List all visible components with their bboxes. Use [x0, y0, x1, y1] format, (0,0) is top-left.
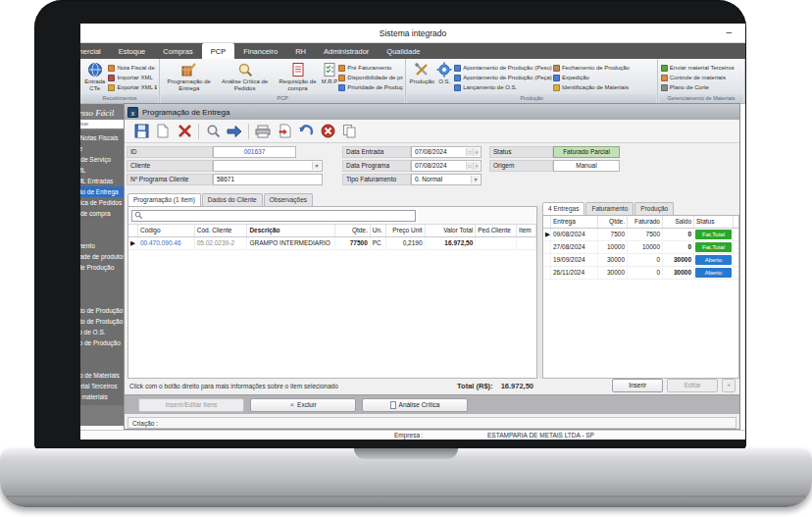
entrega-row[interactable]: 19/09/202430000030000Aberto — [543, 254, 738, 267]
ribbon-item-plano-de-corte[interactable]: Plano de Corte — [660, 82, 735, 92]
sidebar-item-programação-de-entrega[interactable]: Programação de Entrega — [80, 186, 126, 197]
sidebar-search-input[interactable]: para pesquisar — [80, 120, 124, 129]
export-button[interactable] — [274, 122, 295, 141]
ribbon-item-identificação-de-materiais[interactable]: Identificação de Materiais — [552, 82, 630, 92]
table-row[interactable]: ▶00.470.090.4605.02.0239-2GRAMPO INTERME… — [128, 237, 536, 250]
menu-tab-comercial[interactable]: Comercial — [80, 43, 110, 59]
cliente-combo[interactable]: ▾ — [213, 160, 323, 172]
column-header-qtde[interactable]: Qtde. — [335, 225, 371, 236]
sidebar-item-entrada-de-notas-fiscais[interactable]: Entrada de Notas Fiscais — [80, 132, 126, 143]
sidebar-item-análise-crítica-de-pedidos[interactable]: Análise Crítica de Pedidos — [80, 197, 126, 208]
column-header-descricao[interactable]: Descrição — [247, 225, 335, 236]
programa-field[interactable]: 58671 — [213, 174, 323, 185]
entrega-row[interactable]: ▶09/08/2024750075000Fat.Total — [543, 229, 738, 241]
minimize-button[interactable]: – — [726, 26, 732, 37]
column-header-faturado[interactable]: Faturado — [628, 216, 663, 228]
ribbon-button-o-s-[interactable]: O.S. — [435, 61, 453, 86]
sidebar-item-apontamento-de-produção[interactable]: Apontamento de Produção — [80, 316, 126, 327]
ribbon-item-pré-faturamento[interactable]: Pré Faturamento — [337, 63, 403, 73]
ribbon-item-prioridade-de-produção[interactable]: Prioridade de Produção — [337, 82, 403, 92]
ribbon-button-m-r-p-[interactable]: M.R.P. — [322, 61, 337, 86]
column-header-item[interactable]: Item — [517, 225, 536, 236]
close-row-button[interactable]: × — [722, 379, 736, 392]
sidebar-item-importar-xml[interactable]: Importar XML — [80, 165, 126, 176]
sidebar-item-requisição-de-compra[interactable]: Requisição de compra — [80, 208, 126, 219]
ribbon-item-disponibilidade-de-produtos[interactable]: Disponibilidade de produtos — [337, 73, 403, 82]
análise-crítica-button[interactable]: Análise Crítica — [362, 398, 468, 412]
sidebar-item-expedição[interactable]: Expedição — [80, 359, 126, 370]
sidebar-item-disponibilidade-de-produtos[interactable]: Disponibilidade de produtos — [80, 251, 126, 262]
cancel-button[interactable] — [317, 122, 338, 141]
menu-tab-qualidade[interactable]: Qualidade — [378, 43, 429, 59]
ribbon-button-produção[interactable]: Produção — [408, 61, 435, 86]
print-button[interactable] — [252, 122, 274, 141]
ribbon-item-nota-fiscal-de-serviço[interactable]: Nota Fiscal de Serviço — [107, 63, 157, 73]
sidebar-item-enviar-material-terceiros[interactable]: Enviar material Terceiros — [80, 381, 126, 391]
sidebar-item-produção[interactable]: Produção — [80, 273, 126, 284]
sidebar-item-controle-de-materiais[interactable]: Controle de materiais — [80, 391, 126, 402]
ribbon-item-controle-de-materiais[interactable]: Controle de materiais — [660, 73, 735, 82]
column-header-qtde[interactable]: Qtde. — [598, 216, 628, 228]
tab-4-entregas[interactable]: 4 Entregas — [542, 202, 584, 215]
column-header-status[interactable]: Status — [694, 216, 734, 228]
tab-dados-do-cliente[interactable]: Dados do Cliente — [202, 193, 263, 206]
tipo-faturamento-combo[interactable]: 0. Normal▾ — [411, 174, 482, 185]
save-button[interactable] — [130, 122, 152, 141]
entrega-row[interactable]: 27/08/202410000100000Fat.Total — [543, 241, 738, 254]
column-header-codigo[interactable]: Código — [138, 225, 195, 236]
ribbon-button-programação-de-entrega[interactable]: Programação de Entrega — [162, 61, 217, 92]
sidebar-item-m-r-p-[interactable]: M.R.P. — [80, 219, 126, 230]
column-header-indicator[interactable] — [543, 216, 551, 228]
sidebar-item-apontamento-de-produção[interactable]: Apontamento de Produção — [80, 305, 126, 316]
excluir-button[interactable]: ×Excluir — [250, 398, 356, 412]
sidebar-item-o-s-[interactable]: O.S. — [80, 284, 126, 294]
sidebar-item-prioridade-de-produção[interactable]: Prioridade de Produção — [80, 262, 126, 273]
menu-tab-compras[interactable]: Compras — [154, 43, 201, 59]
ribbon-item-exportar-xml-entradas[interactable]: Exportar XML Entradas — [107, 82, 157, 92]
ribbon-item-apontamento-de-produção--peso-[interactable]: Apontamento de Produção (Peso) — [453, 63, 552, 73]
ribbon-item-enviar-material-terceiros[interactable]: Enviar material Terceiros — [660, 63, 735, 73]
go-button[interactable] — [224, 122, 245, 141]
tab-produção[interactable]: Produção — [634, 202, 674, 215]
tab-faturamento[interactable]: Faturamento — [585, 202, 634, 215]
column-header-preco_unit[interactable]: Preço Unit — [386, 225, 426, 236]
column-header-_ind[interactable] — [128, 225, 138, 236]
menu-tab-administrador[interactable]: Administrador — [315, 43, 378, 59]
data-programa-field[interactable]: 07/08/2024□▾ — [411, 160, 482, 172]
tab-programação--1-item-[interactable]: Programação (1 item) — [127, 193, 201, 206]
entrega-row[interactable]: 26/11/202430000030000Aberto — [543, 267, 738, 280]
sidebar-item-entrada-cte[interactable]: Entrada CTe — [80, 143, 126, 154]
ribbon-item-fechamento-de-produção[interactable]: Fechamento de Produção — [552, 63, 630, 73]
sidebar-item-plano-de-corte[interactable]: Plano de Corte — [80, 402, 126, 405]
new-button[interactable] — [152, 122, 174, 141]
sidebar-item-nota-fiscal-de-serviço[interactable]: Nota Fiscal de Serviço — [80, 154, 126, 165]
grid-search-input[interactable] — [131, 210, 416, 222]
sidebar-item-identificação-de-materiais[interactable]: Identificação de Materiais — [80, 370, 126, 381]
ribbon-item-lançamento-de-o-s-[interactable]: Lançamento de O.S. — [453, 82, 552, 92]
ribbon-item-expedição[interactable]: Expedição — [552, 73, 630, 82]
column-header-ped_cliente[interactable]: Ped.Cliente — [476, 225, 517, 236]
column-header-entrega[interactable]: Entrega — [551, 216, 598, 228]
menu-tab-pcp[interactable]: PCP — [202, 43, 234, 59]
column-header-valor_total[interactable]: Valor Total — [426, 225, 477, 236]
form-close-button[interactable]: x — [127, 107, 138, 118]
editar-button[interactable]: Editar — [667, 379, 718, 392]
sidebar-item-fechamento-de-produção[interactable]: Fechamento de Produção — [80, 337, 126, 348]
ribbon-button-entrada-cte[interactable]: Entrada CTe — [82, 61, 107, 92]
delete-button[interactable] — [174, 122, 195, 141]
sidebar-item-pré-faturamento[interactable]: Pré Faturamento — [80, 240, 126, 251]
sidebar-item-exportar-xml-entradas[interactable]: Exportar XML Entradas — [80, 176, 126, 186]
column-header-cod_cliente[interactable]: Cód. Cliente — [195, 225, 248, 236]
sidebar-item-lançamento-de-o-s-[interactable]: Lançamento de O.S. — [80, 327, 126, 337]
column-header-un[interactable]: Un. — [371, 225, 386, 236]
inserir-button[interactable]: Inserir — [612, 379, 663, 392]
column-header-saldo[interactable]: Saldo — [663, 216, 694, 228]
menu-tab-estoque[interactable]: Estoque — [110, 43, 155, 59]
undo-button[interactable] — [295, 122, 317, 141]
ribbon-button-análise-crítica-de-pedidos[interactable]: Análise Crítica de Pedidos — [217, 61, 274, 92]
inserir-editar-itens-button[interactable]: Inserir/Editar Itens — [138, 398, 244, 412]
search-button[interactable] — [202, 122, 224, 141]
ribbon-item-apontamento-de-produção--peça-[interactable]: Apontamento de Produção (Peça) — [453, 73, 552, 82]
ribbon-item-importar-xml[interactable]: Importar XML — [107, 73, 157, 82]
copy-button[interactable] — [338, 122, 360, 141]
